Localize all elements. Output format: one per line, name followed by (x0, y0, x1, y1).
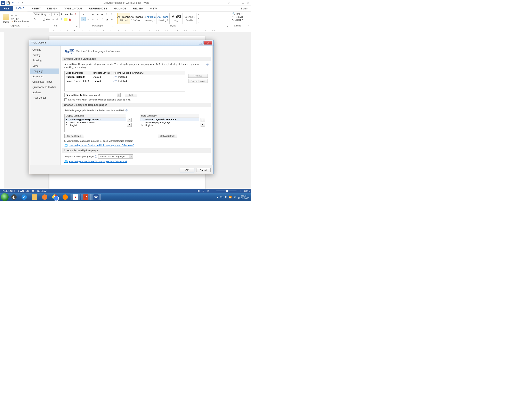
spell-check-icon[interactable]: 📖 (32, 190, 34, 192)
paragraph-launcher-icon[interactable]: ⬊ (112, 26, 114, 28)
select-button[interactable]: ↖Select ▼ (232, 19, 244, 21)
set-default-button[interactable]: Set as Default (188, 79, 208, 83)
horizontal-ruler[interactable]: · 3 · 2 · 1 · ◣ · 1 · 2 · 3 · 4 · 5 · 6 … (49, 28, 251, 32)
tab-insert[interactable]: INSERT (28, 6, 44, 11)
chevron-down-icon[interactable]: ▼ (129, 155, 133, 158)
ribbon-display-icon[interactable]: ⬚ (232, 1, 234, 4)
redo-icon[interactable]: ↷ (16, 1, 20, 5)
cancel-button[interactable]: Cancel (196, 168, 211, 172)
taskbar-ie[interactable]: e (19, 194, 29, 200)
collapse-ribbon-icon[interactable]: ⌃ (247, 25, 249, 27)
page-count[interactable]: PAGE 1 OF 1 (2, 190, 15, 192)
style-heading2[interactable]: AaBbCcEHeading 2 (157, 13, 169, 24)
bullets-icon[interactable]: ≡ (81, 12, 86, 16)
dialog-titlebar[interactable]: Word Options ? X (29, 40, 214, 46)
info-icon[interactable]: ⓘ (125, 109, 128, 112)
dialog-help-icon[interactable]: ? (199, 41, 204, 45)
strikethrough-icon[interactable]: abc (46, 17, 50, 21)
increase-indent-icon[interactable]: ⇥ (100, 12, 105, 16)
nav-advanced[interactable]: Advanced (30, 74, 59, 79)
styles-scroll-up-icon[interactable]: ▲ (197, 13, 201, 17)
shrink-font-icon[interactable]: A▼ (65, 12, 69, 16)
borders-icon[interactable]: ⊞ (110, 17, 114, 21)
tray-expand-icon[interactable]: ▲ (216, 196, 218, 198)
taskbar-app[interactable] (60, 194, 70, 200)
tray-volume-icon[interactable]: 🔊 (233, 196, 236, 198)
bold-icon[interactable]: B (33, 17, 37, 21)
nav-display[interactable]: Display (30, 53, 59, 58)
close-icon[interactable]: ✕ (247, 1, 249, 4)
list-item[interactable]: 1.Russian [русский] <default> (65, 118, 126, 121)
list-item[interactable]: 2.Match Microsoft Windows (65, 121, 126, 124)
tray-action-center-icon[interactable]: 🏳 (225, 196, 227, 198)
align-center-icon[interactable]: ≡ (86, 17, 90, 21)
qat-customize-icon[interactable]: ▼ (20, 1, 25, 5)
more-display-languages-link[interactable]: How do I get more Display and Help langu… (69, 144, 134, 146)
tab-mailings[interactable]: MAILINGS (110, 6, 130, 11)
print-layout-view-icon[interactable]: ▦ (197, 190, 199, 192)
tray-clock[interactable]: 11:09 22.09.2020 (238, 194, 249, 200)
nav-customize-ribbon[interactable]: Customize Ribbon (30, 79, 59, 84)
taskbar-word[interactable]: W (91, 194, 101, 200)
font-color-icon[interactable]: A (68, 17, 72, 21)
chevron-down-icon[interactable]: ▼ (117, 93, 120, 97)
italic-icon[interactable]: I (37, 17, 41, 21)
underline-icon[interactable]: U (42, 17, 46, 21)
grow-font-icon[interactable]: A▲ (60, 12, 64, 16)
minimize-icon[interactable]: — (237, 1, 240, 4)
move-down-icon[interactable]: ▼ (201, 123, 205, 127)
style-normal[interactable]: AaBbCcDc¶ Normal (118, 13, 130, 24)
nav-qat[interactable]: Quick Access Toolbar (30, 84, 59, 90)
display-language-list[interactable]: Display Language 1.Russian [русский] <de… (64, 114, 126, 132)
taskbar-yandex[interactable]: ◐ (9, 194, 19, 200)
nav-addins[interactable]: Add-Ins (30, 90, 59, 95)
nav-proofing[interactable]: Proofing (30, 58, 59, 63)
style-title[interactable]: AaBlTitle (170, 13, 183, 24)
download-tools-checkbox[interactable] (64, 98, 67, 101)
copy-button[interactable]: ⎘Copy (11, 17, 29, 20)
info-icon[interactable]: ⓘ (95, 155, 97, 158)
tab-view[interactable]: VIEW (147, 6, 160, 11)
taskbar-chrome[interactable] (50, 194, 60, 200)
add-language-combo[interactable]: [Add additional editing languages] ▼ (64, 93, 121, 97)
add-button[interactable]: Add (125, 93, 137, 97)
zoom-out-icon[interactable]: − (212, 190, 213, 192)
font-name-combo[interactable]: Calibri (Body ▼ (33, 12, 51, 16)
text-effects-icon[interactable]: A (60, 17, 64, 21)
web-layout-view-icon[interactable]: ⊞ (207, 190, 209, 192)
font-size-combo[interactable]: 11 ▼ (51, 12, 60, 16)
remove-button[interactable]: Remove (188, 74, 208, 78)
sort-icon[interactable]: A↓ (105, 12, 109, 16)
tab-file[interactable]: FILE (0, 6, 13, 11)
read-mode-view-icon[interactable]: ☰ (202, 190, 205, 192)
tab-references[interactable]: REFERENCES (86, 6, 111, 11)
list-item[interactable]: 3.English (65, 124, 126, 127)
start-button[interactable] (1, 193, 9, 201)
screentip-combo[interactable]: Match Display Language ▼ (98, 154, 133, 159)
nav-language[interactable]: Language (30, 68, 59, 74)
list-item[interactable]: 1.Russian [русский] <default> (140, 118, 199, 121)
nav-trust-center[interactable]: Trust Center (30, 95, 59, 101)
move-up-icon[interactable]: ▲ (127, 118, 132, 122)
tab-review[interactable]: REVIEW (130, 6, 147, 11)
tray-language[interactable]: RU (220, 196, 223, 198)
view-installed-languages-link[interactable]: ▷ View display languages installed for e… (64, 140, 209, 142)
dialog-close-icon[interactable]: X (204, 41, 212, 45)
sign-in-link[interactable]: Sign in (238, 6, 251, 11)
taskbar-powerpoint[interactable]: P (81, 194, 91, 200)
styles-launcher-icon[interactable]: ⬊ (227, 26, 228, 28)
zoom-slider[interactable] (216, 190, 237, 191)
table-row[interactable]: English (United States) Enabled ✔ᴬᴮᶜInst… (65, 79, 185, 83)
tab-home[interactable]: HOME (13, 6, 28, 11)
style-subtitle[interactable]: AaBbCcDSubtitle (183, 13, 196, 24)
align-left-icon[interactable]: ≡ (81, 17, 86, 21)
zoom-in-icon[interactable]: + (240, 190, 241, 192)
tab-page-layout[interactable]: PAGE LAYOUT (61, 6, 86, 11)
editing-language-table[interactable]: Editing Language Keyboard Layout Proofin… (64, 71, 185, 92)
save-icon[interactable]: 💾 (6, 1, 10, 5)
help-set-default-button[interactable]: Set as Default (158, 134, 177, 138)
table-row[interactable]: Russian <default> Enabled ✔ᴬᴮᶜInstalled (65, 75, 185, 79)
word-count[interactable]: 0 WORDS (18, 190, 28, 192)
tray-network-icon[interactable]: 📶 (229, 196, 232, 198)
help-language-list[interactable]: Help Language 1.Russian [русский] <defau… (140, 114, 199, 132)
